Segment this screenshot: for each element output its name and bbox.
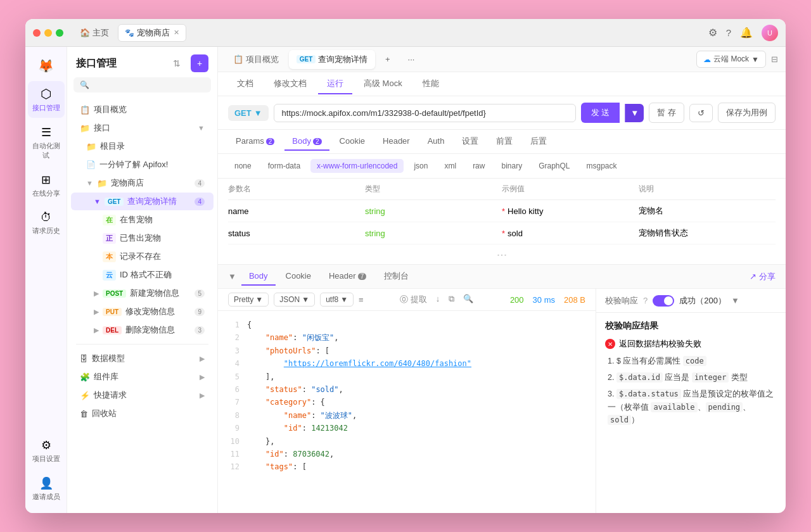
top-tab-more[interactable]: ··· [400,51,423,68]
body-type-form-data[interactable]: form-data [262,159,307,173]
add-button[interactable]: + [191,54,208,72]
collapse-icon[interactable]: ▼ [228,272,236,281]
sidebar-item-fox[interactable]: 🦊 [28,53,65,79]
pretty-select[interactable]: Pretty ▼ [228,293,269,307]
tree-item-project-overview[interactable]: 📋 项目概览 [71,101,214,118]
send-dropdown-button[interactable]: ▼ [625,104,644,122]
tree-item-put-pet[interactable]: ▶ PUT 修改宠物信息 9 [71,303,214,320]
tree-item-root-dir[interactable]: 📁 根目录 [71,137,214,155]
encoding-select[interactable]: utf8 ▼ [320,293,354,307]
sub-tab-run[interactable]: 运行 [318,74,352,94]
sort-button[interactable]: ⇅ [168,54,186,72]
resp-tab-console[interactable]: 控制台 [376,267,416,287]
validate-list: 1. $ 应当有必需属性 code 2. $.data.id 应当是 integ… [608,355,777,426]
project-settings-icon: ⚙ [41,438,51,452]
sidebar-item-history[interactable]: ⏱ 请求历史 [28,206,65,241]
sidebar-item-api-manager[interactable]: ⬡ 接口管理 [28,81,65,118]
tree-item-sold-out[interactable]: 正 已售出宠物 [71,229,214,247]
download-icon[interactable]: ↓ [436,294,440,305]
resp-tab-header[interactable]: Header7 [321,267,374,286]
search-response-icon[interactable]: 🔍 [463,294,473,305]
req-tab-settings[interactable]: 设置 [454,132,486,152]
body-type-urlencoded[interactable]: x-www-form-urlencoded [310,159,404,173]
sub-tab-docs[interactable]: 文档 [228,74,262,94]
resp-tab-cookie[interactable]: Cookie [278,267,319,286]
sub-tab-advanced-mock[interactable]: 高级 Mock [355,74,411,94]
body-type-binary[interactable]: binary [495,159,528,173]
method-selector[interactable]: GET ▼ [228,105,269,121]
tree-item-apifox-intro[interactable]: 📄 一分钟了解 Apifox! [71,156,214,174]
send-label: 发 送 [591,107,610,118]
sidebar-item-automation[interactable]: ☰ 自动化测试 [28,120,65,165]
tree-item-data-model[interactable]: 🗄 数据模型 ▶ [71,350,214,367]
params-table: 参数名 类型 示例值 说明 name string *Hello kitty 宠… [218,179,786,264]
resp-tab-body[interactable]: Body [241,267,276,286]
tree-item-interfaces[interactable]: 📁 接口 ▼ [71,119,214,137]
validate-dropdown-icon[interactable]: ▼ [731,296,739,305]
req-tab-body[interactable]: Body2 [284,132,329,151]
close-tab-icon[interactable]: ✕ [174,28,179,37]
format-icon[interactable]: ≡ [359,295,364,305]
tree-item-quick-request[interactable]: ⚡ 快捷请求 ▶ [71,386,214,404]
retrieve-btn[interactable]: ⓪ 提取 [400,294,427,305]
sidebar-item-project-settings[interactable]: ⚙ 项目设置 [28,433,65,469]
code-line-5: 5 ], [228,370,585,383]
save-as-button[interactable]: 保存为用例 [718,103,776,123]
body-type-json[interactable]: json [407,159,434,173]
req-tab-cookie[interactable]: Cookie [332,132,373,151]
params-table-header: 参数名 类型 示例值 说明 [228,179,776,200]
req-tab-header[interactable]: Header [375,132,418,151]
url-input[interactable] [274,104,576,122]
tab-home[interactable]: 🏠 主页 [73,25,115,41]
sidebar-item-invite[interactable]: 👤 邀请成员 [28,471,65,507]
minimize-button[interactable] [44,29,52,37]
tree-item-invalid-id[interactable]: 云 ID 格式不正确 [71,266,214,284]
maximize-button[interactable] [56,29,63,37]
body-type-xml[interactable]: xml [438,159,463,173]
sidebar-item-share[interactable]: ⊞ 在线分享 [28,168,65,203]
req-tab-params[interactable]: Params2 [228,132,282,151]
settings-icon[interactable]: ⚙ [708,27,717,39]
sub-tab-edit-docs[interactable]: 修改文档 [265,74,316,94]
send-button[interactable]: 发 送 [581,103,620,123]
tree-item-del-pet[interactable]: ▶ DEL 删除宠物信息 3 [71,321,214,339]
not-exist-tag: 本 [103,251,116,262]
copy-icon[interactable]: ⧉ [449,294,454,305]
response-size: 208 B [564,295,585,305]
body-type-graphql[interactable]: GraphQL [532,159,576,173]
top-tab-get-pet[interactable]: GET 查询宠物详情 [289,50,375,69]
req-tab-post-process[interactable]: 后置 [523,132,554,152]
avatar[interactable]: U [762,25,778,41]
req-tab-auth[interactable]: Auth [420,132,452,151]
help-icon[interactable]: ? [726,27,731,38]
bell-icon[interactable]: 🔔 [740,27,753,39]
top-tab-add[interactable]: + [378,51,398,68]
json-select[interactable]: JSON ▼ [274,293,315,307]
tree-item-pet-shop-folder[interactable]: ▼ 📁 宠物商店 4 [71,174,214,192]
cloud-mock-button[interactable]: ☁ 云端 Mock ▼ [696,51,766,68]
req-tab-pre[interactable]: 前置 [489,132,520,152]
body-type-none[interactable]: none [228,159,258,173]
search-input[interactable] [93,80,205,89]
top-tab-project-overview[interactable]: 📋 项目概览 [226,50,286,69]
close-button[interactable] [33,29,41,37]
tree-item-components[interactable]: 🧩 组件库 ▶ [71,368,214,386]
layout-toggle-icon[interactable]: ⊟ [771,54,778,64]
tree-item-not-exist[interactable]: 本 记录不存在 [71,248,214,265]
refresh-button[interactable]: ↺ [689,104,713,122]
validate-toggle[interactable] [653,295,674,307]
tree-item-get-pet-detail[interactable]: ▼ GET 查询宠物详情 4 [71,193,214,210]
tree-container: 📋 项目概览 📁 接口 ▼ 📁 根目录 📄 一分钟了解 Apifox! [67,98,217,513]
json-label: JSON [279,295,300,304]
tree-item-post-pet[interactable]: ▶ POST 新建宠物信息 5 [71,284,214,302]
body-type-msgpack[interactable]: msgpack [580,159,623,173]
tree-item-recycle-bin[interactable]: 🗑 回收站 [71,405,214,422]
sub-tab-performance[interactable]: 性能 [414,74,448,94]
save-button[interactable]: 暂 存 [649,103,684,123]
tab-pet-shop[interactable]: 🐾 宠物商店 ✕ [118,24,186,42]
share-button[interactable]: ↗ 分享 [750,271,776,282]
pretty-label: Pretty [234,295,253,304]
body-type-raw[interactable]: raw [466,159,491,173]
tree-item-on-sale[interactable]: 在 在售宠物 [71,211,214,229]
validate-list-item-1: 1. $ 应当有必需属性 code [608,355,777,367]
